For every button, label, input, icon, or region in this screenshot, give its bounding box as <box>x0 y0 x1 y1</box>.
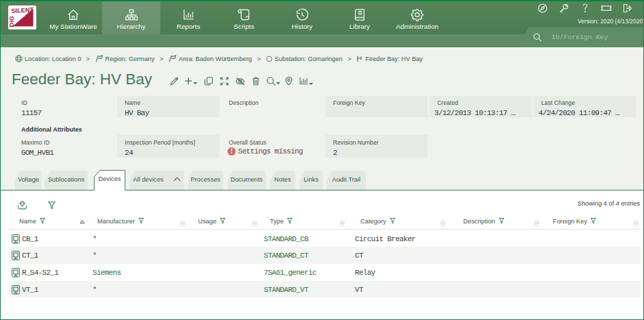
svg-text:SILENT: SILENT <box>11 6 34 14</box>
svg-text:DIG: DIG <box>8 16 15 27</box>
